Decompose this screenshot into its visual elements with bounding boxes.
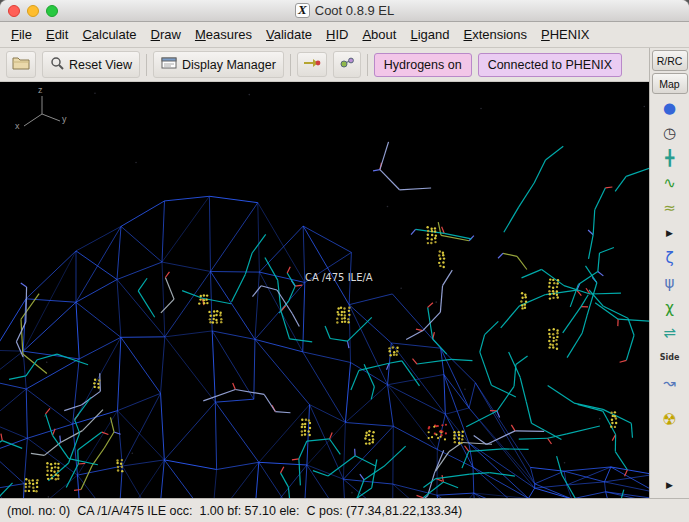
hydrogens-toggle-button[interactable]: Hydrogens on: [374, 53, 472, 77]
refine-coil-icon[interactable]: ∿: [652, 171, 687, 194]
add-terminal-icon[interactable]: ↝: [652, 371, 687, 394]
status-bar: (mol. no: 0) CA /1/A/475 ILE occ: 1.00 b…: [0, 498, 689, 522]
display-manager-label: Display Manager: [182, 58, 276, 72]
axis-label-y: y: [62, 114, 67, 124]
menu-edit[interactable]: Edit: [39, 24, 75, 45]
window-title: X Coot 0.8.9 EL: [295, 3, 395, 18]
flip-peptide-icon[interactable]: ⇌: [652, 321, 687, 344]
blue-sphere-icon[interactable]: ●: [652, 96, 687, 119]
menu-extensions[interactable]: Extensions: [456, 24, 534, 45]
folder-icon: [12, 56, 30, 73]
map-button[interactable]: Map: [652, 73, 688, 94]
zoom-window-button[interactable]: [46, 5, 58, 17]
menu-hid[interactable]: HID: [319, 24, 355, 45]
menu-phenix[interactable]: PHENIX: [534, 24, 596, 45]
go-to-atom-icon: [303, 57, 321, 72]
menu-measures[interactable]: Measures: [188, 24, 259, 45]
menu-ligand[interactable]: Ligand: [403, 24, 456, 45]
display-manager-icon: [161, 56, 177, 73]
expander-bottom-icon[interactable]: ▶: [652, 473, 687, 496]
axis-label-z: z: [38, 85, 43, 95]
radiation-icon[interactable]: ☢: [652, 408, 687, 431]
phenix-connection-button[interactable]: Connected to PHENIX: [478, 53, 622, 77]
coot-window: X Coot 0.8.9 EL File Edit Calculate Draw…: [0, 0, 689, 522]
x11-icon: X: [295, 3, 310, 18]
axis-label-x: x: [15, 121, 20, 131]
toolbar-separator: [146, 54, 147, 76]
menu-draw[interactable]: Draw: [144, 24, 188, 45]
rotamer-icon[interactable]: ζ: [652, 246, 687, 269]
status-text: (mol. no: 0) CA /1/A/475 ILE occ: 1.00 b…: [7, 504, 462, 518]
modelling-sidebar: R/RC Map ● ◷ ╋ ∿ ≈ ▶ ζ ψ χ ⇌ Side ↝ ☢ ▶: [649, 48, 689, 498]
expander-top-icon[interactable]: ▶: [652, 221, 687, 244]
chi-angles-icon[interactable]: χ: [652, 296, 687, 319]
molecular-scene: [0, 82, 649, 498]
title-bar: X Coot 0.8.9 EL: [0, 0, 689, 22]
regularize-coil-icon[interactable]: ≈: [652, 196, 687, 219]
window-title-text: Coot 0.8.9 EL: [315, 3, 395, 18]
clock-icon[interactable]: ◷: [652, 121, 687, 144]
menu-calculate[interactable]: Calculate: [75, 24, 143, 45]
menu-about[interactable]: About: [355, 24, 403, 45]
close-window-button[interactable]: [8, 5, 20, 17]
minimize-window-button[interactable]: [27, 5, 39, 17]
main-toolbar: Reset View Display Manager: [0, 48, 649, 82]
open-coordinates-button[interactable]: [6, 51, 36, 78]
rrc-button[interactable]: R/RC: [652, 50, 688, 71]
display-manager-button[interactable]: Display Manager: [153, 51, 284, 78]
side-chain-flip-icon[interactable]: Side: [652, 346, 687, 369]
menu-bar: File Edit Calculate Draw Measures Valida…: [0, 22, 689, 48]
menu-validate[interactable]: Validate: [259, 24, 319, 45]
anchor-cross-icon[interactable]: ╋: [652, 146, 687, 169]
orientation-axes: z y x: [14, 88, 74, 136]
menu-file[interactable]: File: [4, 24, 39, 45]
magnifier-icon: [50, 56, 64, 73]
gl-canvas[interactable]: z y x CA /475 ILE/A: [0, 82, 649, 498]
toolbar-separator: [367, 54, 368, 76]
reset-view-button[interactable]: Reset View: [42, 51, 140, 78]
go-to-ligand-button[interactable]: [333, 51, 361, 78]
go-to-atom-button[interactable]: [297, 52, 327, 77]
picked-atom-label: CA /475 ILE/A: [305, 272, 373, 283]
go-to-ligand-icon: [339, 56, 355, 73]
torsion-icon[interactable]: ψ: [652, 271, 687, 294]
toolbar-separator: [290, 54, 291, 76]
reset-view-label: Reset View: [69, 58, 132, 72]
